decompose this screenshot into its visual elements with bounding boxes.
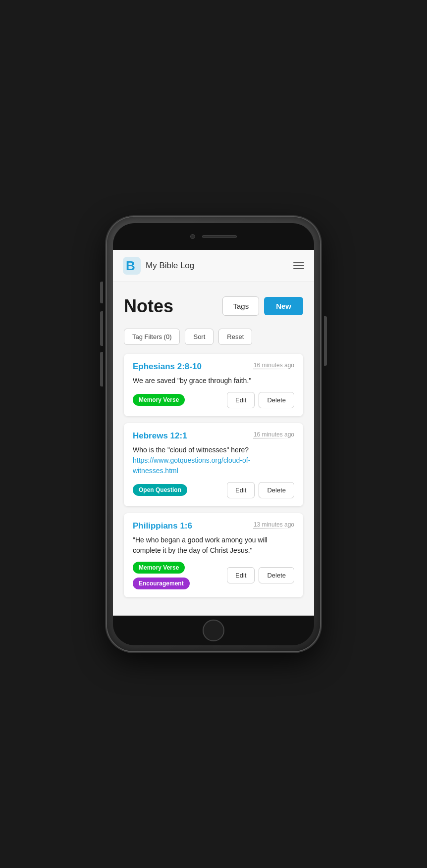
side-button-power (324, 316, 327, 366)
note-actions: Edit Delete (227, 482, 294, 498)
main-content: Notes Tags New Tag Filters (0) Sort Rese… (113, 282, 314, 616)
camera (190, 234, 195, 239)
nav-brand: B My Bible Log (123, 257, 194, 275)
note-actions: Edit Delete (227, 567, 294, 583)
note-body: Who is the "cloud of witnesses" here? ht… (133, 445, 294, 476)
note-card: Ephesians 2:8-10 16 minutes ago We are s… (124, 354, 303, 416)
app-logo: B (123, 257, 141, 275)
speaker (202, 235, 237, 238)
tag-filters-button[interactable]: Tag Filters (0) (124, 329, 180, 345)
side-button-volume-down (100, 352, 103, 386)
navbar: B My Bible Log (113, 250, 314, 282)
note-reference: Ephesians 2:8-10 (133, 362, 202, 372)
note-footer: Open Question Edit Delete (133, 482, 294, 498)
note-card-header: Ephesians 2:8-10 16 minutes ago (133, 362, 294, 372)
tags-button[interactable]: Tags (222, 296, 259, 316)
note-card-header: Philippians 1:6 13 minutes ago (133, 521, 294, 531)
note-actions: Edit Delete (227, 392, 294, 408)
note-body: "He who began a good work among you will… (133, 535, 294, 556)
note-card: Philippians 1:6 13 minutes ago "He who b… (124, 513, 303, 597)
delete-button[interactable]: Delete (259, 392, 294, 408)
edit-button[interactable]: Edit (227, 392, 255, 408)
tag-badge-encouragement: Encouragement (133, 578, 190, 589)
sort-button[interactable]: Sort (185, 329, 214, 345)
phone-bottom (113, 616, 314, 645)
side-button-mute (100, 282, 103, 303)
note-time: 16 minutes ago (254, 362, 294, 369)
hamburger-line-2 (293, 265, 304, 266)
filter-bar: Tag Filters (0) Sort Reset (124, 329, 303, 345)
hamburger-line-1 (293, 262, 304, 263)
note-card: Hebrews 12:1 16 minutes ago Who is the "… (124, 423, 303, 506)
note-reference: Philippians 1:6 (133, 521, 192, 531)
tag-badge-open-question: Open Question (133, 484, 187, 496)
note-body-text: Who is the "cloud of witnesses" here? (133, 446, 249, 454)
note-footer: Memory Verse Encouragement Edit Delete (133, 562, 294, 589)
screen: B My Bible Log Notes Tags New (113, 250, 314, 616)
edit-button[interactable]: Edit (227, 482, 255, 498)
reset-button[interactable]: Reset (218, 329, 252, 345)
phone-top-bar (113, 223, 314, 250)
page-header: Notes Tags New (124, 296, 303, 317)
new-button[interactable]: New (264, 297, 303, 315)
home-button[interactable] (203, 620, 224, 641)
delete-button[interactable]: Delete (259, 567, 294, 583)
tags-row: Open Question (133, 484, 187, 496)
tag-badge-memory-verse-2: Memory Verse (133, 562, 185, 574)
page-title: Notes (124, 296, 173, 317)
svg-text:B: B (126, 258, 135, 273)
note-footer: Memory Verse Edit Delete (133, 392, 294, 408)
note-reference: Hebrews 12:1 (133, 431, 187, 441)
edit-button[interactable]: Edit (227, 567, 255, 583)
note-time: 13 minutes ago (254, 521, 294, 528)
note-card-header: Hebrews 12:1 16 minutes ago (133, 431, 294, 441)
note-time: 16 minutes ago (254, 431, 294, 438)
hamburger-line-3 (293, 268, 304, 269)
header-buttons: Tags New (222, 296, 303, 316)
note-link[interactable]: https://www.gotquestions.org/cloud-of-wi… (133, 456, 250, 475)
hamburger-menu[interactable] (293, 262, 304, 269)
tags-row: Memory Verse Encouragement (133, 562, 227, 589)
delete-button[interactable]: Delete (259, 482, 294, 498)
tags-row: Memory Verse (133, 394, 185, 406)
app-title: My Bible Log (146, 261, 194, 271)
note-body: We are saved "by grace through faith." (133, 376, 294, 386)
tag-badge-memory-verse: Memory Verse (133, 394, 185, 406)
side-button-volume-up (100, 311, 103, 346)
